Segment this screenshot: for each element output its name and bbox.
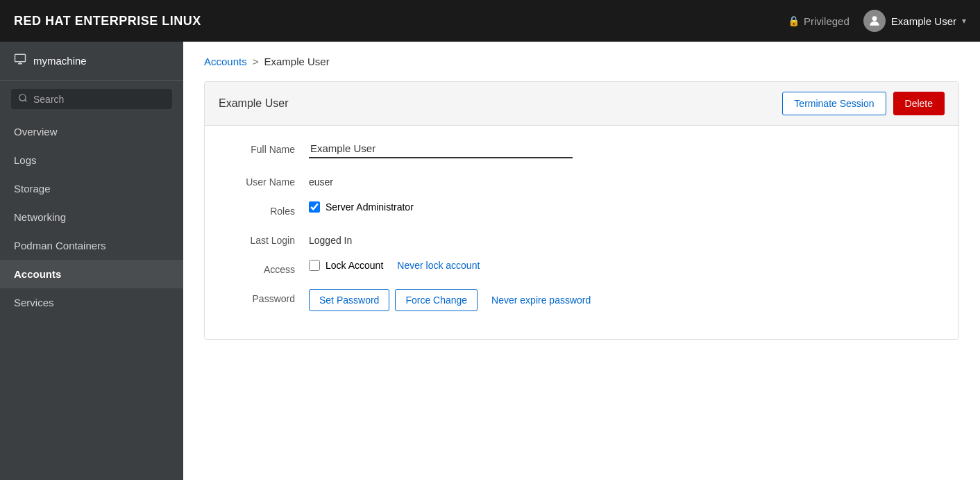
privileged-label: Privileged (804, 15, 850, 27)
username-label: User Name (226, 172, 295, 188)
main-layout: mymachine Overview Logs Storage Networki… (0, 42, 980, 480)
sidebar-item-accounts[interactable]: Accounts (0, 260, 183, 288)
lock-icon: 🔒 (788, 15, 800, 26)
fullname-row: Full Name (226, 140, 938, 158)
lock-account-label: Lock Account (326, 260, 383, 271)
sidebar-item-overview[interactable]: Overview (0, 117, 183, 146)
never-expire-link[interactable]: Never expire password (491, 295, 591, 306)
sidebar-item-services[interactable]: Services (0, 288, 183, 317)
force-change-button[interactable]: Force Change (395, 289, 478, 311)
lock-account-checkbox[interactable] (309, 260, 320, 271)
username-value: euser (309, 172, 333, 188)
svg-rect-1 (15, 54, 26, 62)
lastlogin-label: Last Login (226, 231, 295, 246)
svg-point-0 (872, 16, 877, 21)
svg-point-4 (19, 94, 26, 101)
card-header: Example User Terminate Session Delete (205, 82, 958, 126)
fullname-label: Full Name (226, 140, 295, 155)
privileged-section: 🔒 Privileged (788, 15, 850, 27)
search-wrapper (11, 89, 172, 109)
topbar-right: 🔒 Privileged Example User ▾ (788, 10, 966, 32)
user-menu[interactable]: Example User ▾ (863, 10, 966, 32)
user-card: Example User Terminate Session Delete Fu… (204, 81, 959, 340)
access-label: Access (226, 260, 295, 275)
roles-checkbox-row: Server Administrator (309, 201, 414, 213)
access-action-row: Lock Account Never lock account (309, 260, 480, 271)
roles-row: Roles Server Administrator (226, 201, 938, 217)
password-label: Password (226, 289, 295, 304)
terminate-session-button[interactable]: Terminate Session (782, 92, 886, 115)
user-name-label: Example User (891, 15, 956, 27)
fullname-input[interactable] (309, 140, 573, 158)
server-icon (14, 53, 26, 69)
app-title: RED HAT ENTERPRISE LINUX (14, 14, 201, 28)
card-title: Example User (219, 97, 288, 110)
search-input[interactable] (33, 94, 165, 105)
set-password-button[interactable]: Set Password (309, 289, 389, 311)
breadcrumb-accounts-link[interactable]: Accounts (204, 56, 247, 67)
lastlogin-value: Logged In (309, 231, 352, 246)
card-body: Full Name User Name euser Roles Server A… (205, 126, 958, 339)
card-actions: Terminate Session Delete (782, 92, 945, 115)
content-area: Accounts > Example User Example User Ter… (183, 42, 980, 480)
password-action-row: Set Password Force Change Never expire p… (309, 289, 591, 311)
roles-label: Roles (226, 201, 295, 217)
sidebar: mymachine Overview Logs Storage Networki… (0, 42, 183, 480)
sidebar-item-logs[interactable]: Logs (0, 146, 183, 174)
machine-name: mymachine (33, 55, 87, 67)
avatar (863, 10, 886, 32)
sidebar-item-storage[interactable]: Storage (0, 174, 183, 203)
breadcrumb: Accounts > Example User (204, 56, 959, 67)
chevron-down-icon: ▾ (962, 16, 966, 26)
topbar: RED HAT ENTERPRISE LINUX 🔒 Privileged Ex… (0, 0, 980, 42)
lock-account-row: Lock Account (309, 260, 383, 271)
never-lock-link[interactable]: Never lock account (397, 260, 480, 271)
sidebar-item-podman[interactable]: Podman Containers (0, 231, 183, 260)
password-row: Password Set Password Force Change Never… (226, 289, 938, 311)
roles-checkbox[interactable] (309, 201, 320, 213)
username-row: User Name euser (226, 172, 938, 188)
breadcrumb-separator: > (253, 56, 259, 67)
search-container (0, 81, 183, 117)
sidebar-item-networking[interactable]: Networking (0, 203, 183, 231)
delete-button[interactable]: Delete (893, 92, 945, 115)
lastlogin-row: Last Login Logged In (226, 231, 938, 246)
sidebar-nav: Overview Logs Storage Networking Podman … (0, 117, 183, 317)
svg-line-5 (25, 100, 27, 102)
search-icon (18, 93, 28, 105)
roles-checkbox-label: Server Administrator (326, 201, 414, 213)
access-row: Access Lock Account Never lock account (226, 260, 938, 275)
password-btn-group: Set Password Force Change (309, 289, 478, 311)
machine-header: mymachine (0, 42, 183, 81)
breadcrumb-current: Example User (264, 56, 329, 67)
